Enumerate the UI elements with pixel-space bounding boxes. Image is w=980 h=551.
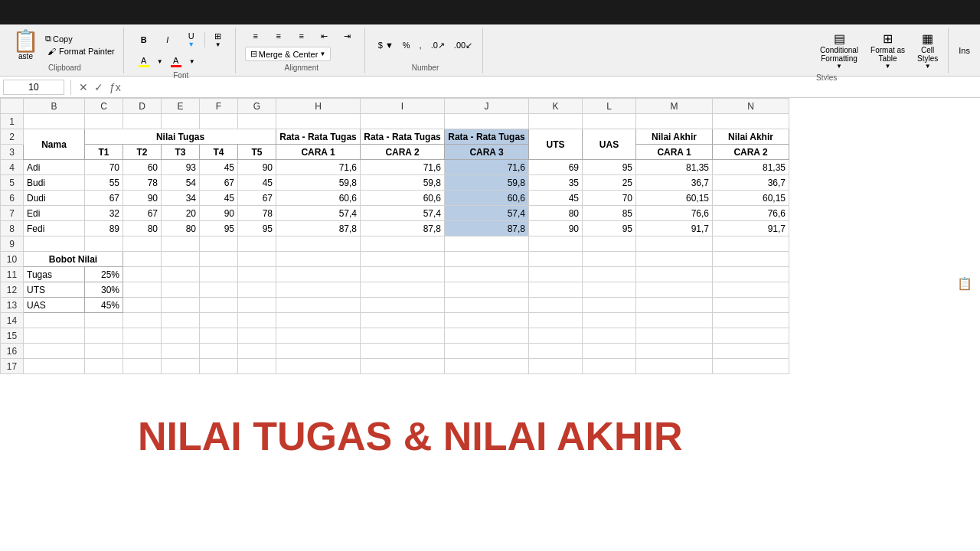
cell-i14[interactable]: [361, 313, 445, 328]
cell-nama-budi[interactable]: Budi: [24, 175, 85, 191]
cell-h11[interactable]: [276, 267, 361, 282]
cell-e16[interactable]: [162, 344, 200, 359]
cell-na1-fedi[interactable]: 91,7: [636, 221, 713, 236]
cell-c15[interactable]: [85, 328, 123, 344]
cell-j14[interactable]: [445, 313, 529, 328]
cell-uas-dudi[interactable]: 70: [583, 191, 636, 206]
cell-l10[interactable]: [583, 252, 636, 267]
cell-b17[interactable]: [24, 359, 85, 374]
cell-c1[interactable]: [85, 114, 123, 129]
sub-t4[interactable]: T4: [200, 145, 238, 160]
cell-t3-edi[interactable]: 20: [162, 206, 200, 221]
cell-d16[interactable]: [123, 344, 162, 359]
col-D[interactable]: D: [123, 99, 162, 114]
cell-j10[interactable]: [445, 252, 529, 267]
fill-dropdown[interactable]: ▼: [157, 58, 163, 65]
cell-k17[interactable]: [529, 359, 583, 374]
cell-l13[interactable]: [583, 298, 636, 313]
col-F[interactable]: F: [200, 99, 238, 114]
cell-styles-btn[interactable]: ▦ Cell Styles ▼: [913, 29, 942, 72]
italic-button[interactable]: I: [157, 33, 178, 47]
cell-na2-edi[interactable]: 76,6: [713, 206, 789, 221]
sub-cara2[interactable]: CARA 2: [361, 145, 445, 160]
cell-uas-adi[interactable]: 95: [583, 160, 636, 175]
cell-e15[interactable]: [162, 328, 200, 344]
cell-d14[interactable]: [123, 313, 162, 328]
cell-j1[interactable]: [445, 114, 529, 129]
cell-f12[interactable]: [200, 282, 238, 298]
cell-n15[interactable]: [713, 328, 789, 344]
cell-cara1-edi[interactable]: 57,4: [276, 206, 361, 221]
cell-l1[interactable]: [583, 114, 636, 129]
cell-l14[interactable]: [583, 313, 636, 328]
cell-t3-fedi[interactable]: 80: [162, 221, 200, 236]
col-N[interactable]: N: [713, 99, 789, 114]
cell-cara2-fedi[interactable]: 87,8: [361, 221, 445, 236]
cell-f1[interactable]: [200, 114, 238, 129]
cell-f17[interactable]: [200, 359, 238, 374]
sub-t2[interactable]: T2: [123, 145, 162, 160]
cell-t1-budi[interactable]: 55: [85, 175, 123, 191]
cell-i9[interactable]: [361, 236, 445, 252]
cell-i11[interactable]: [361, 267, 445, 282]
cell-t1-dudi[interactable]: 67: [85, 191, 123, 206]
cell-k16[interactable]: [529, 344, 583, 359]
sub-t5[interactable]: T5: [238, 145, 276, 160]
cell-k13[interactable]: [529, 298, 583, 313]
insert-btn[interactable]: Ins: [955, 44, 974, 57]
cell-f10[interactable]: [200, 252, 238, 267]
col-K[interactable]: K: [529, 99, 583, 114]
col-L[interactable]: L: [583, 99, 636, 114]
cell-t2-edi[interactable]: 67: [123, 206, 162, 221]
cell-n10[interactable]: [713, 252, 789, 267]
comma-btn[interactable]: ,: [416, 38, 426, 52]
cell-na2-fedi[interactable]: 91,7: [713, 221, 789, 236]
cell-t4-adi[interactable]: 45: [200, 160, 238, 175]
spreadsheet[interactable]: B C D E F G H I J K L M N 1: [0, 98, 980, 551]
cell-t2-adi[interactable]: 60: [123, 160, 162, 175]
header-na1-top[interactable]: Nilai Akhir: [636, 129, 713, 145]
cell-m14[interactable]: [636, 313, 713, 328]
cell-nama-fedi[interactable]: Fedi: [24, 221, 85, 236]
cell-i12[interactable]: [361, 282, 445, 298]
cell-e11[interactable]: [162, 267, 200, 282]
cell-b9[interactable]: [24, 236, 85, 252]
cell-uts-adi[interactable]: 69: [529, 160, 583, 175]
cell-cara3-budi[interactable]: 59,8: [445, 175, 529, 191]
col-B[interactable]: B: [24, 99, 85, 114]
cell-g17[interactable]: [238, 359, 276, 374]
cell-b15[interactable]: [24, 328, 85, 344]
cell-h14[interactable]: [276, 313, 361, 328]
cell-f14[interactable]: [200, 313, 238, 328]
cell-g16[interactable]: [238, 344, 276, 359]
cell-uts-budi[interactable]: 35: [529, 175, 583, 191]
cell-i17[interactable]: [361, 359, 445, 374]
cell-na1-edi[interactable]: 76,6: [636, 206, 713, 221]
cell-l15[interactable]: [583, 328, 636, 344]
insert-function-btn[interactable]: ƒx: [108, 81, 122, 93]
cell-cara1-dudi[interactable]: 60,6: [276, 191, 361, 206]
cell-uts-edi[interactable]: 80: [529, 206, 583, 221]
cell-t5-fedi[interactable]: 95: [238, 221, 276, 236]
cell-i1[interactable]: [361, 114, 445, 129]
cell-t5-adi[interactable]: 90: [238, 160, 276, 175]
fill-color-button[interactable]: A: [133, 54, 155, 70]
format-as-table-btn[interactable]: ⊞ Format as Table ▼: [867, 29, 909, 72]
dollar-btn[interactable]: $ ▼: [374, 38, 397, 52]
cell-e17[interactable]: [162, 359, 200, 374]
cell-t5-edi[interactable]: 78: [238, 206, 276, 221]
cell-d15[interactable]: [123, 328, 162, 344]
cell-j15[interactable]: [445, 328, 529, 344]
align-middle-btn[interactable]: ≡: [268, 29, 289, 44]
underline-button[interactable]: U ▼: [181, 29, 202, 51]
cell-n12[interactable]: [713, 282, 789, 298]
cell-t5-dudi[interactable]: 67: [238, 191, 276, 206]
col-H[interactable]: H: [276, 99, 361, 114]
indent-inc-btn[interactable]: ⇥: [337, 29, 358, 44]
cell-t2-fedi[interactable]: 80: [123, 221, 162, 236]
cell-e10[interactable]: [162, 252, 200, 267]
cell-m9[interactable]: [636, 236, 713, 252]
cell-k11[interactable]: [529, 267, 583, 282]
cell-t4-edi[interactable]: 90: [200, 206, 238, 221]
cell-nama-edi[interactable]: Edi: [24, 206, 85, 221]
